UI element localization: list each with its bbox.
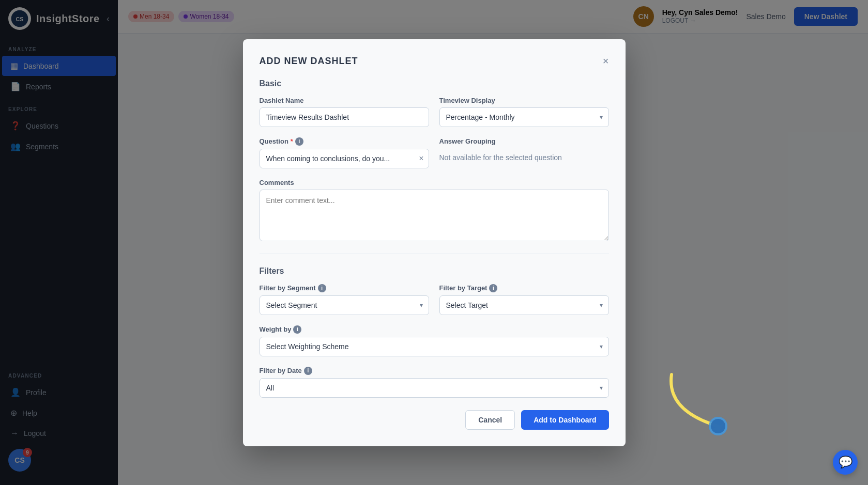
comments-group: Comments <box>260 179 609 241</box>
timeview-display-select-wrapper: Percentage - Monthly Count - Monthly Per… <box>439 107 609 127</box>
answer-grouping-label: Answer Grouping <box>439 137 609 145</box>
answer-grouping-group: Answer Grouping Not available for the se… <box>439 137 609 168</box>
chat-button[interactable]: 💬 <box>833 450 858 475</box>
weight-by-select[interactable]: Select Weighting Scheme <box>260 337 609 356</box>
modal-header: ADD NEW DASHLET × <box>260 56 609 67</box>
filter-target-select-wrapper: Select Target ▾ <box>439 295 609 315</box>
modal-footer: Cancel Add to Dashboard <box>260 410 609 430</box>
question-input-wrapper: × <box>260 149 429 168</box>
filter-date-select-wrapper: All Last 30 days Last 90 days Last 6 mon… <box>260 378 609 398</box>
filter-segment-group: Filter by Segment i Select Segment ▾ <box>260 284 429 315</box>
weight-by-group: Weight by i Select Weighting Scheme ▾ <box>260 325 609 356</box>
question-label: Question * i <box>260 137 429 146</box>
dashlet-name-group: Dashlet Name <box>260 97 429 127</box>
weight-by-label: Weight by i <box>260 325 609 334</box>
filter-segment-select-wrapper: Select Segment ▾ <box>260 295 429 315</box>
basic-section-title: Basic <box>260 79 609 88</box>
weight-info-icon[interactable]: i <box>293 325 301 334</box>
question-group: Question * i × <box>260 137 429 168</box>
filter-target-group: Filter by Target i Select Target ▾ <box>439 284 609 315</box>
filter-target-label: Filter by Target i <box>439 284 609 292</box>
filter-target-select[interactable]: Select Target <box>439 295 609 315</box>
dashlet-name-input[interactable] <box>260 107 429 127</box>
timeview-display-label: Timeview Display <box>439 97 609 104</box>
timeview-display-group: Timeview Display Percentage - Monthly Co… <box>439 97 609 127</box>
filter-segment-target-row: Filter by Segment i Select Segment ▾ Fil… <box>260 284 609 315</box>
timeview-display-select[interactable]: Percentage - Monthly Count - Monthly Per… <box>439 107 609 127</box>
question-info-icon[interactable]: i <box>295 137 303 146</box>
comments-textarea[interactable] <box>260 190 609 241</box>
section-divider <box>260 254 609 254</box>
dashlet-name-timeview-row: Dashlet Name Timeview Display Percentage… <box>260 97 609 127</box>
segment-info-icon[interactable]: i <box>318 284 326 292</box>
question-answer-row: Question * i × Answer Grouping Not avail… <box>260 137 609 168</box>
required-marker: * <box>291 137 293 145</box>
add-to-dashboard-button[interactable]: Add to Dashboard <box>521 410 608 430</box>
filter-segment-select[interactable]: Select Segment <box>260 295 429 315</box>
comments-label: Comments <box>260 179 609 186</box>
filter-date-label: Filter by Date i <box>260 367 609 375</box>
add-dashlet-modal: ADD NEW DASHLET × Basic Dashlet Name Tim… <box>243 39 626 446</box>
filter-date-group: Filter by Date i All Last 30 days Last 9… <box>260 367 609 398</box>
cancel-button[interactable]: Cancel <box>465 410 515 430</box>
modal-title: ADD NEW DASHLET <box>260 56 358 67</box>
question-clear-button[interactable]: × <box>419 154 423 163</box>
dashlet-name-label: Dashlet Name <box>260 97 429 104</box>
chat-icon: 💬 <box>839 456 852 469</box>
filter-date-select[interactable]: All Last 30 days Last 90 days Last 6 mon… <box>260 378 609 398</box>
answer-grouping-text: Not available for the selected question <box>439 148 609 167</box>
target-info-icon[interactable]: i <box>489 284 497 292</box>
date-info-icon[interactable]: i <box>304 367 312 375</box>
weight-by-select-wrapper: Select Weighting Scheme ▾ <box>260 337 609 356</box>
question-input[interactable] <box>260 149 429 168</box>
filters-section-title: Filters <box>260 267 609 276</box>
filter-segment-label: Filter by Segment i <box>260 284 429 292</box>
modal-close-button[interactable]: × <box>603 56 609 66</box>
